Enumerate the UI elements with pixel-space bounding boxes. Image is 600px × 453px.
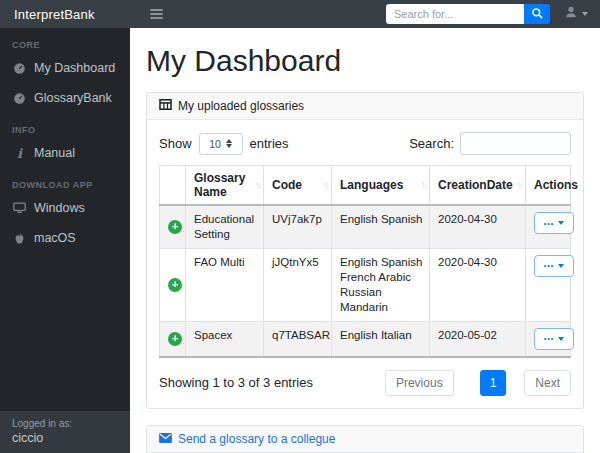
top-navbar: InterpretBank [0,0,600,28]
cell-code: q7TABSAR [264,321,332,357]
entries-label: entries [250,136,289,151]
chevron-down-icon [558,221,564,225]
cell-code: UVj7ak7p [264,205,332,248]
column-header-expand [160,166,186,206]
send-glossary-card-header: Send a glossary to a collegue [147,426,583,453]
sort-icon: ↑↓ [517,180,522,190]
desktop-icon [12,202,27,214]
envelope-icon [159,432,172,446]
ellipsis-icon: ••• [544,335,554,342]
table-icon [159,99,172,113]
logged-in-username: ciccio [12,431,118,445]
cell-creation-date: 2020-04-30 [430,205,526,248]
cell-glossary-name: Educational Setting [186,205,264,248]
table-info-text: Showing 1 to 3 of 3 entries [159,375,313,390]
navbar-search-input[interactable] [386,4,524,24]
sidebar-heading-info: INFO [0,113,130,138]
navbar-search-form [386,4,550,24]
tachometer-icon [12,62,27,75]
table-header-row: Glossary Name↑↓ Code↑↓ Languages↑↓ Creat… [160,166,571,206]
pagination-next-button[interactable]: Next [524,370,571,396]
page-length-value: 10 [209,138,221,150]
chevron-down-icon [558,337,564,341]
sidebar-item-label: GlossaryBank [34,91,112,105]
app-brand[interactable]: InterpretBank [0,7,130,22]
sort-icon: ↑↓ [323,180,328,190]
table-search-control: Search: [409,132,571,155]
sidebar-heading-download-app: DOWNLOAD APP [0,168,130,193]
sidebar-item-label: Manual [34,146,75,160]
sort-icon: ↑↓ [562,180,567,190]
sidebar-item-label: macOS [34,231,76,245]
column-header-creationdate[interactable]: CreationDate↑↓ [430,166,526,206]
send-glossary-link[interactable]: Send a glossary to a collegue [159,432,335,446]
cell-languages: English Italian [332,321,430,357]
select-arrows-icon [226,139,232,148]
row-actions-dropdown-button[interactable]: ••• [534,255,574,277]
page-title: My Dashboard [146,44,584,78]
row-actions-dropdown-button[interactable]: ••• [534,328,574,350]
cell-creation-date: 2020-05-02 [430,321,526,357]
sidebar: CORE My Dashboard GlossaryBank INFO i Ma… [0,28,130,453]
cell-creation-date: 2020-04-30 [430,248,526,321]
column-header-glossary-name[interactable]: Glossary Name↑↓ [186,166,264,206]
glossaries-table: Glossary Name↑↓ Code↑↓ Languages↑↓ Creat… [159,165,571,358]
search-icon [531,7,543,22]
column-header-code[interactable]: Code↑↓ [264,166,332,206]
sidebar-footer: Logged in as: ciccio [0,411,130,453]
send-glossary-card: Send a glossary to a collegue [146,425,584,453]
apple-icon [12,232,27,245]
send-glossary-link-label: Send a glossary to a collegue [178,432,335,446]
page-length-select[interactable]: 10 [199,133,243,155]
pagination: Previous 1 Next [385,370,571,396]
sidebar-item-label: Windows [34,201,85,215]
cell-languages: English Spanish [332,205,430,248]
chevron-down-icon [558,264,564,268]
info-icon: i [12,147,27,160]
logged-in-as-label: Logged in as: [12,418,118,429]
chevron-down-icon [582,12,588,16]
cell-languages: English Spanish French Arabic Russian Ma… [332,248,430,321]
sidebar-item-label: My Dashboard [34,61,115,75]
search-label: Search: [409,136,454,151]
ellipsis-icon: ••• [544,220,554,227]
cell-code: jJQtnYx5 [264,248,332,321]
user-icon [564,5,578,23]
sidebar-item-my-dashboard[interactable]: My Dashboard [0,53,130,83]
table-row: + FAO Multi jJQtnYx5 English Spanish Fre… [160,248,571,321]
main-content: My Dashboard My uploaded glossaries Show… [130,28,600,453]
table-row: + Educational Setting UVj7ak7p English S… [160,205,571,248]
expand-row-button[interactable]: + [168,220,182,234]
column-header-actions[interactable]: Actions↑↓ [526,166,571,206]
show-label: Show [159,136,192,151]
tachometer-icon [12,92,27,105]
table-row: + Spacex q7TABSAR English Italian 2020-0… [160,321,571,357]
row-actions-dropdown-button[interactable]: ••• [534,212,574,234]
table-search-input[interactable] [460,132,571,155]
column-header-languages[interactable]: Languages↑↓ [332,166,430,206]
glossaries-card: My uploaded glossaries Show 10 entries S… [146,92,584,409]
user-menu[interactable] [564,5,588,23]
cell-glossary-name: FAO Multi [186,248,264,321]
sort-icon: ↑↓ [255,180,260,190]
sort-icon: ↑↓ [421,180,426,190]
sidebar-item-manual[interactable]: i Manual [0,138,130,168]
expand-row-button[interactable]: + [168,278,182,292]
page-length-control: Show 10 entries [159,133,289,155]
sidebar-item-glossarybank[interactable]: GlossaryBank [0,83,130,113]
sidebar-item-macos[interactable]: macOS [0,223,130,253]
glossaries-card-body: Show 10 entries Search: [147,120,583,408]
sidebar-item-windows[interactable]: Windows [0,193,130,223]
navbar-search-button[interactable] [524,4,550,24]
sidebar-heading-core: CORE [0,28,130,53]
cell-glossary-name: Spacex [186,321,264,357]
sidebar-toggle-icon[interactable] [146,5,167,23]
glossaries-card-header: My uploaded glossaries [147,93,583,120]
glossaries-card-title: My uploaded glossaries [178,99,304,113]
pagination-page-1-button[interactable]: 1 [480,370,507,396]
pagination-previous-button[interactable]: Previous [385,370,454,396]
expand-row-button[interactable]: + [168,332,182,346]
ellipsis-icon: ••• [544,262,554,269]
